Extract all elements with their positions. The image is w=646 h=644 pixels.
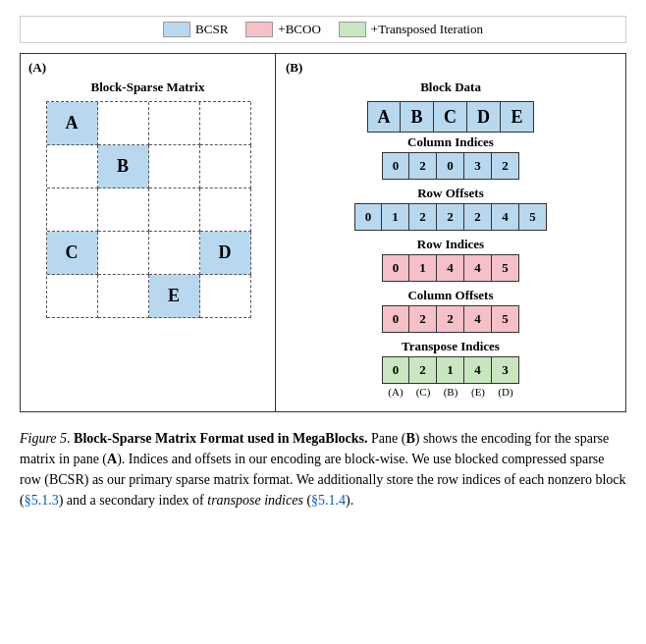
figure-area: (A) Block-Sparse Matrix A B C D — [20, 53, 626, 412]
link-5-1-3[interactable]: §5.1.3 — [25, 493, 59, 508]
ri-0: 0 — [382, 254, 409, 282]
legend-label-bcoo: +BCOO — [278, 22, 320, 37]
bsm-cell-C: C — [47, 232, 98, 275]
ro-3: 2 — [437, 203, 464, 231]
co-1: 2 — [409, 305, 437, 333]
block-data-row: A B C D E — [286, 101, 616, 133]
column-offsets-row: 0 2 2 4 5 — [286, 305, 616, 333]
pane-a-label: (A) — [28, 60, 267, 76]
bsm-cell-empty-2-1 — [98, 188, 149, 232]
ro-0: 0 — [354, 203, 382, 231]
co-4: 5 — [492, 305, 519, 333]
block-sparse-matrix-grid: A B C D E — [46, 101, 250, 318]
ci-0: 0 — [382, 152, 409, 180]
legend-item-bcoo: +BCOO — [245, 22, 320, 37]
bsm-cell-empty-2-2 — [149, 188, 200, 232]
ri-1: 1 — [409, 254, 437, 282]
ti-4: 3 — [492, 356, 519, 384]
transpose-indices-label: Transpose Indices — [286, 339, 616, 354]
ti-0: 0 — [382, 356, 409, 384]
ro-4: 2 — [464, 203, 492, 231]
co-2: 2 — [437, 305, 464, 333]
column-indices-section: Column Indices 0 2 0 3 2 — [286, 134, 616, 180]
bsm-cell-empty-2-3 — [200, 188, 251, 232]
column-indices-label: Column Indices — [286, 134, 616, 150]
pane-b-label: (B) — [286, 60, 616, 76]
pane-a-title: Block-Sparse Matrix — [28, 80, 267, 95]
figure-label: Figure 5 — [20, 431, 67, 446]
transpose-indices-section: Transpose Indices 0 2 1 4 3 (A) (C) (B) … — [286, 339, 616, 398]
block-data-E: E — [501, 101, 534, 133]
ts-B: (B) — [437, 386, 464, 398]
transpose-indices-row: 0 2 1 4 3 — [286, 356, 616, 384]
block-data-D: D — [467, 101, 501, 133]
bsm-cell-empty-3-2 — [149, 232, 200, 275]
ro-1: 1 — [382, 203, 409, 231]
bsm-cell-empty-0-2 — [149, 102, 200, 145]
column-offsets-section: Column Offsets 0 2 2 4 5 — [286, 288, 616, 333]
ci-4: 2 — [492, 152, 519, 180]
bsm-cell-empty-2-0 — [47, 188, 98, 232]
column-offsets-label: Column Offsets — [286, 288, 616, 303]
row-indices-section: Row Indices 0 1 4 4 5 — [286, 237, 616, 282]
legend-color-bcoo — [245, 22, 273, 37]
legend-item-bcsr: BCSR — [163, 22, 228, 37]
transpose-sublabels: (A) (C) (B) (E) (D) — [286, 386, 616, 398]
legend-color-bcsr — [163, 22, 190, 37]
bsm-cell-D: D — [200, 232, 251, 275]
block-data-C: C — [434, 101, 467, 133]
legend-color-transposed — [339, 22, 366, 37]
bsm-cell-empty-0-3 — [200, 102, 251, 145]
ri-4: 5 — [492, 254, 519, 282]
ro-5: 4 — [492, 203, 519, 231]
bsm-cell-empty-0-1 — [98, 102, 149, 145]
row-indices-label: Row Indices — [286, 237, 616, 252]
bsm-cell-empty-4-0 — [47, 275, 98, 318]
ro-2: 2 — [409, 203, 437, 231]
ts-E: (E) — [464, 386, 492, 398]
co-0: 0 — [382, 305, 409, 333]
row-indices-row: 0 1 4 4 5 — [286, 254, 616, 282]
co-3: 4 — [464, 305, 492, 333]
pane-a: (A) Block-Sparse Matrix A B C D — [21, 54, 276, 411]
ti-1: 2 — [409, 356, 437, 384]
row-offsets-section: Row Offsets 0 1 2 2 2 4 5 — [286, 186, 616, 231]
pane-b: (B) Block Data A B C D E Column Indices … — [276, 54, 625, 411]
block-data-B: B — [401, 101, 434, 133]
ti-2: 1 — [437, 356, 464, 384]
row-offsets-label: Row Offsets — [286, 186, 616, 201]
column-indices-row: 0 2 0 3 2 — [286, 152, 616, 180]
bsm-cell-empty-4-1 — [98, 275, 149, 318]
ri-3: 4 — [464, 254, 492, 282]
ts-D: (D) — [492, 386, 519, 398]
legend-label-bcsr: BCSR — [195, 22, 228, 37]
legend-item-transposed: +Transposed Iteration — [339, 22, 483, 37]
ci-2: 0 — [437, 152, 464, 180]
link-5-1-4[interactable]: §5.1.4 — [311, 493, 346, 508]
bsm-cell-empty-1-0 — [47, 145, 98, 188]
bsm-cell-empty-4-3 — [200, 275, 251, 318]
bsm-cell-E: E — [149, 275, 200, 318]
ts-C: (C) — [409, 386, 437, 398]
figure-caption: Figure 5. Block-Sparse Matrix Format use… — [20, 428, 626, 510]
pane-b-title: Block Data — [286, 80, 616, 95]
ts-A: (A) — [382, 386, 409, 398]
ro-6: 5 — [519, 203, 547, 231]
bsm-cell-empty-1-2 — [149, 145, 200, 188]
bsm-cell-B: B — [98, 145, 149, 188]
bsm-cell-empty-3-1 — [98, 232, 149, 275]
ci-1: 2 — [409, 152, 437, 180]
block-data-A: A — [367, 101, 401, 133]
row-offsets-row: 0 1 2 2 2 4 5 — [286, 203, 616, 231]
ci-3: 3 — [464, 152, 492, 180]
bsm-cell-empty-1-3 — [200, 145, 251, 188]
ri-2: 4 — [437, 254, 464, 282]
figure-title: Block-Sparse Matrix Format used in MegaB… — [74, 431, 367, 446]
bsm-cell-A: A — [47, 102, 98, 145]
legend-label-transposed: +Transposed Iteration — [371, 22, 483, 37]
legend: BCSR +BCOO +Transposed Iteration — [20, 16, 626, 43]
ti-3: 4 — [464, 356, 492, 384]
